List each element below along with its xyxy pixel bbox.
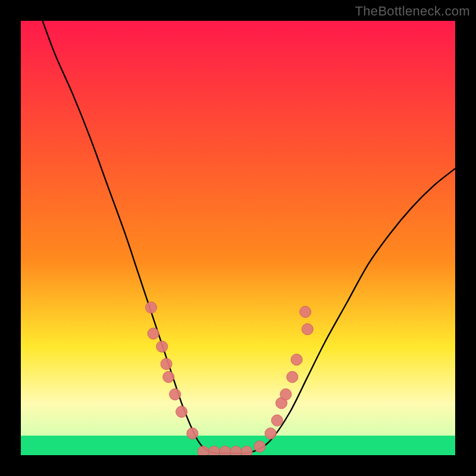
- data-marker: [302, 324, 313, 335]
- data-marker: [254, 441, 265, 452]
- data-marker: [161, 358, 172, 369]
- data-marker: [148, 328, 159, 339]
- watermark-text: TheBottleneck.com: [355, 4, 470, 19]
- chart-svg: [21, 21, 455, 455]
- data-marker: [300, 306, 311, 318]
- data-marker: [220, 446, 231, 455]
- data-marker: [230, 446, 242, 455]
- data-marker: [146, 302, 157, 313]
- data-marker: [280, 389, 292, 400]
- data-marker: [170, 389, 181, 400]
- data-marker: [208, 446, 220, 455]
- chart-frame: TheBottleneck.com: [0, 0, 476, 476]
- data-marker: [187, 428, 198, 439]
- data-marker: [156, 341, 168, 352]
- data-marker: [198, 446, 209, 455]
- data-marker: [163, 371, 174, 383]
- data-marker: [265, 428, 276, 439]
- data-marker: [271, 415, 283, 426]
- gradient-background: [21, 21, 455, 455]
- data-marker: [291, 354, 302, 365]
- data-marker: [287, 371, 298, 383]
- plot-area: [21, 21, 455, 455]
- data-marker: [241, 446, 252, 455]
- data-marker: [176, 406, 187, 418]
